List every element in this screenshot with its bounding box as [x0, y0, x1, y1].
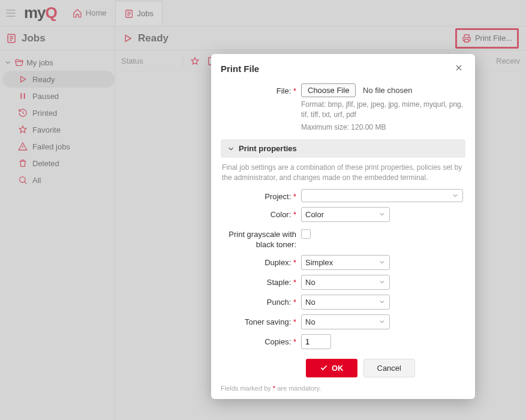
chevron-down-icon [378, 259, 386, 266]
file-label: File: * [221, 83, 301, 95]
choose-file-button[interactable]: Choose File [301, 83, 356, 97]
duplex-select[interactable]: Simplex [301, 255, 390, 270]
chevron-down-icon [452, 192, 459, 199]
grayscale-checkbox[interactable] [301, 229, 311, 239]
print-properties-header[interactable]: Print properties [221, 139, 465, 158]
cancel-button[interactable]: Cancel [363, 359, 415, 377]
project-select[interactable] [301, 189, 463, 202]
staple-select[interactable]: No [301, 275, 390, 290]
punch-select[interactable]: No [301, 295, 390, 310]
chevron-down-icon [378, 318, 386, 325]
toner-label: Toner saving: * [221, 314, 301, 326]
close-icon [455, 64, 463, 72]
color-label: Color: * [221, 207, 301, 219]
color-select[interactable]: Color [301, 207, 390, 222]
staple-label: Staple: * [221, 275, 301, 287]
format-hint: Format: bmp, jfif, jpe, jpeg, jpg, mime,… [301, 100, 465, 120]
chevron-down-icon [378, 298, 386, 305]
ok-button[interactable]: OK [306, 359, 357, 377]
copies-input[interactable] [301, 334, 331, 349]
size-hint: Maximum size: 120.00 MB [301, 122, 465, 133]
toner-select[interactable]: No [301, 314, 390, 329]
duplex-label: Duplex: * [221, 255, 301, 267]
grayscale-label: Print grayscale with black toner: [221, 227, 301, 250]
punch-label: Punch: * [221, 295, 301, 307]
project-label: Project: * [221, 189, 301, 201]
section-description: Final job settings are a combination of … [211, 163, 475, 187]
chevron-down-icon [378, 211, 386, 218]
print-file-modal: Print File File: * Choose File No file c… [211, 54, 475, 399]
check-icon [320, 364, 328, 372]
chevron-down-icon [378, 278, 386, 286]
mandatory-note: Fields marked by * are mandatory. [211, 380, 475, 392]
copies-label: Copies: * [221, 334, 301, 346]
close-button[interactable] [452, 61, 465, 76]
chevron-down-icon [227, 145, 235, 153]
modal-title: Print File [221, 64, 259, 74]
file-status: No file chosen [363, 86, 412, 95]
